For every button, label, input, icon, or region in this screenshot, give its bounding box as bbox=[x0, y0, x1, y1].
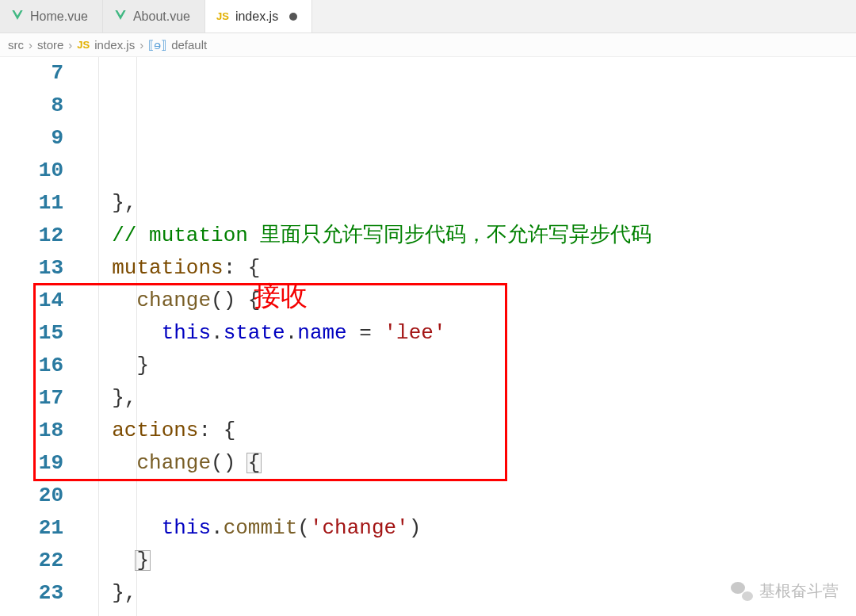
code-line[interactable] bbox=[87, 480, 652, 512]
breadcrumb-item[interactable]: store bbox=[37, 38, 63, 52]
code-line[interactable]: }, bbox=[87, 577, 652, 610]
line-number: 7 bbox=[0, 57, 63, 90]
code-line[interactable]: // mutation 里面只允许写同步代码，不允许写异步代码 bbox=[87, 220, 652, 252]
code-editor[interactable]: 7891011121314151617181920212223 }, // mu… bbox=[0, 57, 856, 616]
breadcrumb-item[interactable]: src bbox=[8, 38, 24, 52]
line-number: 9 bbox=[0, 122, 63, 155]
line-number: 20 bbox=[0, 480, 63, 512]
code-line[interactable]: } bbox=[87, 350, 652, 382]
breadcrumb-item[interactable]: index.js bbox=[94, 38, 135, 52]
line-number: 15 bbox=[0, 317, 63, 350]
watermark: 基根奋斗营 bbox=[731, 580, 839, 602]
tab-bar: Home.vue About.vue JS index.js bbox=[0, 0, 856, 33]
code-line[interactable]: this.commit('change') bbox=[87, 512, 652, 545]
line-number: 11 bbox=[0, 187, 63, 220]
code-line[interactable]: this.state.name = 'lee' bbox=[87, 317, 652, 350]
line-number: 19 bbox=[0, 447, 63, 480]
code-area[interactable]: }, // mutation 里面只允许写同步代码，不允许写异步代码 mutat… bbox=[79, 57, 652, 616]
tab-index-js[interactable]: JS index.js bbox=[205, 0, 312, 33]
line-number: 10 bbox=[0, 155, 63, 187]
line-number-gutter: 7891011121314151617181920212223 bbox=[0, 57, 79, 616]
code-line[interactable]: mutations: { bbox=[87, 252, 652, 285]
line-number: 16 bbox=[0, 350, 63, 382]
chevron-right-icon: › bbox=[139, 38, 143, 52]
code-line[interactable]: change() { bbox=[87, 447, 652, 480]
line-number: 22 bbox=[0, 545, 63, 577]
breadcrumb: src › store › JS index.js › ⟦ɘ⟧ default bbox=[0, 33, 856, 57]
code-line[interactable]: change() { bbox=[87, 285, 652, 317]
dirty-indicator-icon bbox=[289, 13, 297, 21]
wechat-icon bbox=[731, 582, 753, 601]
breadcrumb-item[interactable]: default bbox=[171, 38, 207, 52]
line-number: 21 bbox=[0, 512, 63, 545]
js-icon: JS bbox=[216, 10, 229, 22]
line-number: 12 bbox=[0, 220, 63, 252]
watermark-text: 基根奋斗营 bbox=[759, 580, 839, 602]
line-number: 23 bbox=[0, 577, 63, 610]
line-number: 13 bbox=[0, 252, 63, 285]
code-line[interactable]: modules: { bbox=[87, 610, 652, 616]
tab-label: About.vue bbox=[133, 10, 190, 24]
vue-icon bbox=[11, 9, 24, 25]
chevron-right-icon: › bbox=[68, 38, 72, 52]
line-number: 17 bbox=[0, 382, 63, 415]
code-line[interactable]: } bbox=[87, 545, 652, 577]
line-number: 18 bbox=[0, 415, 63, 447]
chevron-right-icon: › bbox=[29, 38, 32, 52]
tab-label: Home.vue bbox=[30, 10, 88, 24]
line-number: 8 bbox=[0, 90, 63, 122]
vue-icon bbox=[114, 9, 127, 25]
code-line[interactable]: actions: { bbox=[87, 415, 652, 447]
annotation-label: 接收 bbox=[254, 280, 308, 312]
tab-home-vue[interactable]: Home.vue bbox=[0, 0, 103, 33]
symbol-icon: ⟦ɘ⟧ bbox=[148, 38, 166, 52]
tab-about-vue[interactable]: About.vue bbox=[103, 0, 205, 33]
js-icon: JS bbox=[77, 39, 90, 51]
code-line[interactable]: }, bbox=[87, 187, 652, 220]
code-line[interactable]: }, bbox=[87, 382, 652, 415]
tab-label: index.js bbox=[235, 10, 278, 24]
line-number: 14 bbox=[0, 285, 63, 317]
